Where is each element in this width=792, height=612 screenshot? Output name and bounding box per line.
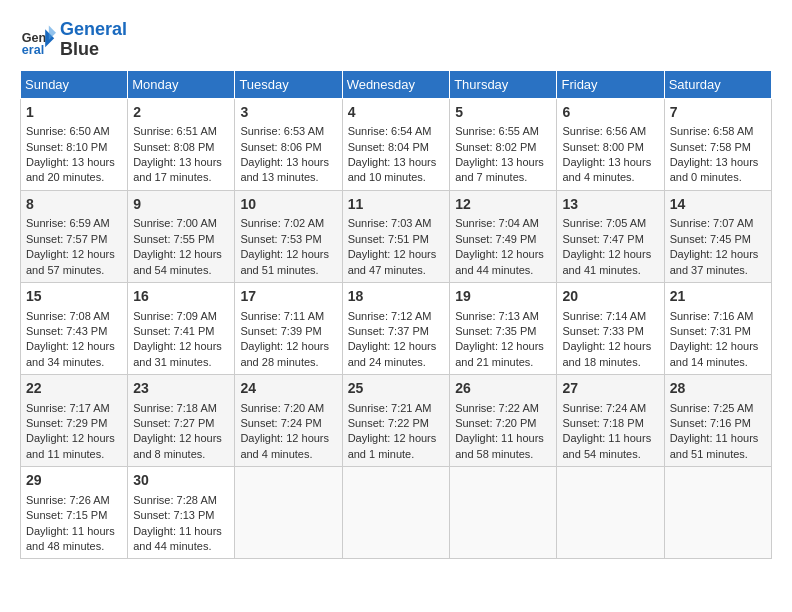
sunset-label: Sunset: 7:43 PM: [26, 325, 107, 337]
sunrise-label: Sunrise: 7:05 AM: [562, 217, 646, 229]
sunrise-label: Sunrise: 7:18 AM: [133, 402, 217, 414]
sunset-label: Sunset: 7:16 PM: [670, 417, 751, 429]
daylight-label: Daylight: 13 hours and 20 minutes.: [26, 156, 115, 183]
calendar-day-9: 9Sunrise: 7:00 AMSunset: 7:55 PMDaylight…: [128, 190, 235, 282]
daylight-label: Daylight: 12 hours and 51 minutes.: [240, 248, 329, 275]
calendar-day-4: 4Sunrise: 6:54 AMSunset: 8:04 PMDaylight…: [342, 98, 450, 190]
calendar-day-empty: [342, 467, 450, 559]
sunset-label: Sunset: 8:04 PM: [348, 141, 429, 153]
day-number: 20: [562, 287, 658, 307]
day-number: 2: [133, 103, 229, 123]
sunset-label: Sunset: 7:53 PM: [240, 233, 321, 245]
logo-text: GeneralBlue: [60, 20, 127, 60]
day-number: 26: [455, 379, 551, 399]
daylight-label: Daylight: 12 hours and 57 minutes.: [26, 248, 115, 275]
calendar-day-17: 17Sunrise: 7:11 AMSunset: 7:39 PMDayligh…: [235, 282, 342, 374]
daylight-label: Daylight: 12 hours and 47 minutes.: [348, 248, 437, 275]
day-number: 3: [240, 103, 336, 123]
logo: Gen eral GeneralBlue: [20, 20, 127, 60]
day-number: 8: [26, 195, 122, 215]
header-friday: Friday: [557, 70, 664, 98]
day-number: 4: [348, 103, 445, 123]
header-saturday: Saturday: [664, 70, 771, 98]
calendar-day-1: 1Sunrise: 6:50 AMSunset: 8:10 PMDaylight…: [21, 98, 128, 190]
sunset-label: Sunset: 7:49 PM: [455, 233, 536, 245]
calendar-day-3: 3Sunrise: 6:53 AMSunset: 8:06 PMDaylight…: [235, 98, 342, 190]
daylight-label: Daylight: 13 hours and 13 minutes.: [240, 156, 329, 183]
daylight-label: Daylight: 13 hours and 10 minutes.: [348, 156, 437, 183]
daylight-label: Daylight: 12 hours and 34 minutes.: [26, 340, 115, 367]
sunrise-label: Sunrise: 7:11 AM: [240, 310, 324, 322]
sunset-label: Sunset: 7:55 PM: [133, 233, 214, 245]
day-number: 9: [133, 195, 229, 215]
day-number: 28: [670, 379, 766, 399]
calendar-table: Sunday Monday Tuesday Wednesday Thursday…: [20, 70, 772, 560]
day-number: 29: [26, 471, 122, 491]
sunrise-label: Sunrise: 6:58 AM: [670, 125, 754, 137]
sunrise-label: Sunrise: 7:24 AM: [562, 402, 646, 414]
calendar-day-12: 12Sunrise: 7:04 AMSunset: 7:49 PMDayligh…: [450, 190, 557, 282]
calendar-day-2: 2Sunrise: 6:51 AMSunset: 8:08 PMDaylight…: [128, 98, 235, 190]
daylight-label: Daylight: 12 hours and 28 minutes.: [240, 340, 329, 367]
daylight-label: Daylight: 12 hours and 8 minutes.: [133, 432, 222, 459]
sunset-label: Sunset: 7:22 PM: [348, 417, 429, 429]
day-number: 22: [26, 379, 122, 399]
page-header: Gen eral GeneralBlue: [20, 20, 772, 60]
day-number: 30: [133, 471, 229, 491]
calendar-day-23: 23Sunrise: 7:18 AMSunset: 7:27 PMDayligh…: [128, 375, 235, 467]
sunset-label: Sunset: 7:13 PM: [133, 509, 214, 521]
sunrise-label: Sunrise: 6:50 AM: [26, 125, 110, 137]
sunrise-label: Sunrise: 7:25 AM: [670, 402, 754, 414]
calendar-week-4: 22Sunrise: 7:17 AMSunset: 7:29 PMDayligh…: [21, 375, 772, 467]
sunset-label: Sunset: 7:47 PM: [562, 233, 643, 245]
calendar-day-7: 7Sunrise: 6:58 AMSunset: 7:58 PMDaylight…: [664, 98, 771, 190]
calendar-day-29: 29Sunrise: 7:26 AMSunset: 7:15 PMDayligh…: [21, 467, 128, 559]
sunset-label: Sunset: 7:39 PM: [240, 325, 321, 337]
calendar-day-empty: [235, 467, 342, 559]
sunset-label: Sunset: 7:57 PM: [26, 233, 107, 245]
sunset-label: Sunset: 7:58 PM: [670, 141, 751, 153]
daylight-label: Daylight: 12 hours and 21 minutes.: [455, 340, 544, 367]
daylight-label: Daylight: 12 hours and 11 minutes.: [26, 432, 115, 459]
sunset-label: Sunset: 7:18 PM: [562, 417, 643, 429]
sunset-label: Sunset: 7:51 PM: [348, 233, 429, 245]
calendar-day-10: 10Sunrise: 7:02 AMSunset: 7:53 PMDayligh…: [235, 190, 342, 282]
sunrise-label: Sunrise: 6:53 AM: [240, 125, 324, 137]
day-number: 16: [133, 287, 229, 307]
calendar-day-26: 26Sunrise: 7:22 AMSunset: 7:20 PMDayligh…: [450, 375, 557, 467]
sunset-label: Sunset: 8:02 PM: [455, 141, 536, 153]
header-sunday: Sunday: [21, 70, 128, 98]
daylight-label: Daylight: 12 hours and 18 minutes.: [562, 340, 651, 367]
calendar-day-11: 11Sunrise: 7:03 AMSunset: 7:51 PMDayligh…: [342, 190, 450, 282]
calendar-week-5: 29Sunrise: 7:26 AMSunset: 7:15 PMDayligh…: [21, 467, 772, 559]
sunset-label: Sunset: 7:35 PM: [455, 325, 536, 337]
day-number: 10: [240, 195, 336, 215]
daylight-label: Daylight: 12 hours and 31 minutes.: [133, 340, 222, 367]
sunrise-label: Sunrise: 7:22 AM: [455, 402, 539, 414]
sunset-label: Sunset: 7:27 PM: [133, 417, 214, 429]
daylight-label: Daylight: 12 hours and 54 minutes.: [133, 248, 222, 275]
sunrise-label: Sunrise: 7:26 AM: [26, 494, 110, 506]
calendar-day-30: 30Sunrise: 7:28 AMSunset: 7:13 PMDayligh…: [128, 467, 235, 559]
sunset-label: Sunset: 8:00 PM: [562, 141, 643, 153]
svg-text:eral: eral: [22, 43, 44, 57]
daylight-label: Daylight: 11 hours and 58 minutes.: [455, 432, 544, 459]
day-number: 5: [455, 103, 551, 123]
logo-icon: Gen eral: [20, 22, 56, 58]
calendar-day-13: 13Sunrise: 7:05 AMSunset: 7:47 PMDayligh…: [557, 190, 664, 282]
sunrise-label: Sunrise: 6:59 AM: [26, 217, 110, 229]
day-number: 17: [240, 287, 336, 307]
daylight-label: Daylight: 12 hours and 1 minute.: [348, 432, 437, 459]
day-number: 19: [455, 287, 551, 307]
sunrise-label: Sunrise: 6:56 AM: [562, 125, 646, 137]
day-number: 21: [670, 287, 766, 307]
sunrise-label: Sunrise: 7:08 AM: [26, 310, 110, 322]
calendar-day-6: 6Sunrise: 6:56 AMSunset: 8:00 PMDaylight…: [557, 98, 664, 190]
day-number: 24: [240, 379, 336, 399]
header-wednesday: Wednesday: [342, 70, 450, 98]
sunrise-label: Sunrise: 6:51 AM: [133, 125, 217, 137]
daylight-label: Daylight: 13 hours and 4 minutes.: [562, 156, 651, 183]
sunset-label: Sunset: 7:31 PM: [670, 325, 751, 337]
daylight-label: Daylight: 11 hours and 44 minutes.: [133, 525, 222, 552]
calendar-day-5: 5Sunrise: 6:55 AMSunset: 8:02 PMDaylight…: [450, 98, 557, 190]
